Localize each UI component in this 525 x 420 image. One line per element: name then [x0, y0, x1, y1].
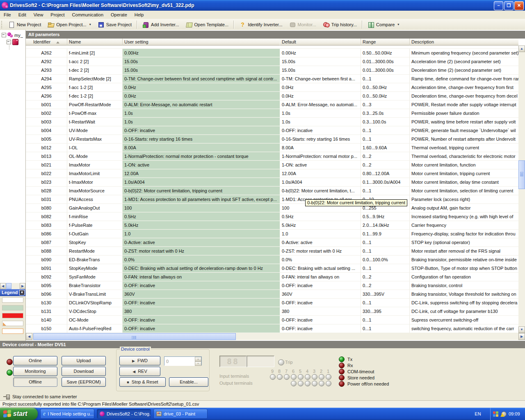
- table-row[interactable]: b001PowOff-RestartMode0-ALM: Error-Messa…: [26, 100, 518, 109]
- column-header-user-setting[interactable]: User setting: [123, 39, 280, 46]
- start-button[interactable]: start: [0, 408, 38, 420]
- stop-reset-button[interactable]: ■Stop & Reset: [119, 377, 166, 387]
- table-row[interactable]: b130DCLinkOVStopRamp0-OFF: incative0-OFF…: [26, 299, 518, 307]
- menu-communication[interactable]: Communication: [68, 11, 107, 18]
- upload-button[interactable]: Upload: [62, 356, 106, 365]
- column-header-identifier[interactable]: Identifier: [26, 39, 67, 46]
- table-row[interactable]: b092SysFanMode0-FAN: interal fan allways…: [26, 273, 518, 281]
- table-row[interactable]: A292t-acc 2 [2]15.00s15.00s0.01...3000.0…: [26, 57, 518, 66]
- table-row[interactable]: b088RestartMode0-ZST: motor restart with…: [26, 247, 518, 256]
- table-row[interactable]: A294RampSelectMode [2]0-TM: Change-over …: [26, 75, 518, 83]
- offline-button[interactable]: Offline: [13, 377, 57, 387]
- rev-button[interactable]: ◀REV: [119, 367, 160, 376]
- menu-file[interactable]: File: [0, 11, 15, 18]
- taskbar-task-drivessoft[interactable]: DrivesSoft2 - C:\Prog...: [97, 409, 151, 419]
- table-row[interactable]: b086f-OutGain1.01.00.1...99.9Frequency-d…: [26, 230, 518, 238]
- vertical-scroll-thumb[interactable]: [518, 160, 525, 189]
- table-row[interactable]: b022ImaxMotorLimit12.00A12.00A0.80...12.…: [26, 169, 518, 178]
- tree-horizontal-scrollbar[interactable]: ◀ ▶: [0, 283, 25, 289]
- enable-button[interactable]: Enable...: [169, 377, 208, 387]
- save-eeprom-button[interactable]: Save (EEPROM): [62, 377, 106, 387]
- table-row[interactable]: b002t-PowOff-max1.0s1.0s0.3...25.0sPermi…: [26, 109, 518, 118]
- horizontal-scroll-thumb[interactable]: [33, 333, 236, 340]
- table-row[interactable]: A295f-acc 1-2 [2]0.0Hz0.0Hz0.0...50.0HzA…: [26, 83, 518, 92]
- identify-inverter-button[interactable]: Identify Inverter...: [236, 20, 285, 30]
- minimize-button[interactable]: –: [494, 1, 503, 10]
- column-header-range[interactable]: Range: [361, 39, 410, 46]
- tray-warning-icon[interactable]: [500, 411, 506, 417]
- table-row[interactable]: b080GainAnalogOut1001000...255Analog out…: [26, 204, 518, 212]
- table-row[interactable]: b003t-RestartWait1.0s1.0s0.3...100.0sPOW…: [26, 118, 518, 126]
- open-project-button[interactable]: Open Project... ▾: [44, 20, 94, 30]
- table-row[interactable]: b012I-OL8.00A8.00A1.60...9.60AThermal ov…: [26, 144, 518, 152]
- table-row[interactable]: b013OL-Mode1-NormalProtection: normal mo…: [26, 152, 518, 161]
- column-header-description[interactable]: Description: [410, 39, 518, 46]
- scroll-left-arrow-icon[interactable]: ◀: [0, 283, 6, 289]
- table-row[interactable]: b087StopKey0-Active: active0-Active: act…: [26, 238, 518, 247]
- horizontal-scrollbar[interactable]: ◀ ▶: [26, 333, 525, 340]
- table-row[interactable]: A296f-dec 1-2 [2]0.0Hz0.0Hz0.0...50.0HzD…: [26, 92, 518, 100]
- trip-history-button[interactable]: Trip history...: [320, 20, 360, 30]
- table-row[interactable]: b083f-PulseRate5.0kHz5.0kHz2.0...14.0kHz…: [26, 221, 518, 230]
- table-row[interactable]: b028ImaxMotorSource0-b(0)22: Motor curre…: [26, 187, 518, 195]
- table-row[interactable]: b005UV-RestartsMax0-16-Starts: retry sta…: [26, 135, 518, 144]
- taskbar-task-paint[interactable]: drive_03 - Paint: [153, 409, 208, 419]
- new-project-button[interactable]: New Project: [5, 20, 44, 30]
- table-row[interactable]: b096V-BrakeTransLimit360V360V330...395VB…: [26, 290, 518, 299]
- table-row[interactable]: b031PNUAccess1-MD1: Access protection to…: [26, 195, 518, 204]
- tree-node-inverter[interactable]: [7, 39, 18, 45]
- tree-node-project[interactable]: my_: [2, 32, 23, 38]
- collapse-icon[interactable]: [2, 33, 6, 37]
- table-row[interactable]: b090ED-BrakeTrans0.0%0.0%0.0...100.0%Bra…: [26, 256, 518, 264]
- cell-id: b082: [26, 212, 67, 221]
- stay-connected-row[interactable]: Stay connected to same inverter: [0, 393, 525, 400]
- menu-view[interactable]: View: [30, 11, 47, 18]
- add-inverter-button[interactable]: Add Inverter...: [139, 20, 182, 30]
- taskbar-task-browser[interactable]: e I Need Help setting u...: [40, 409, 94, 419]
- maximize-button[interactable]: ❐: [504, 1, 514, 10]
- cell-name: SysFanMode: [67, 273, 123, 281]
- scroll-left-arrow-icon[interactable]: ◀: [26, 333, 32, 340]
- scroll-right-arrow-icon[interactable]: ▶: [20, 283, 25, 289]
- collapse-icon[interactable]: [7, 40, 11, 44]
- online-button[interactable]: Online: [13, 356, 57, 365]
- close-button[interactable]: ✕: [514, 1, 524, 10]
- menu-project[interactable]: Project: [47, 11, 68, 18]
- table-row[interactable]: b150Auto-f-PulseFreqRed0-OFF: incative0-…: [26, 324, 518, 333]
- table-row[interactable]: b140OC-Mode0-OFF: incative0-OFF: incativ…: [26, 316, 518, 324]
- table-row[interactable]: b131V-DCdecStop380380330...395DC-Link, c…: [26, 307, 518, 316]
- spin-up-icon[interactable]: ▲: [195, 357, 201, 361]
- table-row[interactable]: b023t-ImaxMotor1.0s/A0041.0s/A0040.1...3…: [26, 178, 518, 187]
- monitoring-button[interactable]: Monitoring: [13, 367, 57, 376]
- scroll-up-arrow-icon[interactable]: ▲: [518, 46, 525, 52]
- menu-operate[interactable]: Operate: [107, 11, 131, 18]
- table-row[interactable]: b095BrakeTransistor0-OFF: incative0-OFF:…: [26, 281, 518, 290]
- scroll-down-arrow-icon[interactable]: ▼: [518, 326, 525, 333]
- menu-edit[interactable]: Edit: [15, 11, 30, 18]
- table-row[interactable]: f-maxLimit [2]50.00Hz50.00Hz0.50...50.00…: [26, 46, 518, 49]
- table-row[interactable]: A293t-dec 2 [2]15.00s15.00s0.01...3000.0…: [26, 66, 518, 75]
- fwd-button[interactable]: ▶FWD: [119, 356, 160, 365]
- speed-input[interactable]: [164, 357, 196, 366]
- menu-help[interactable]: Help: [131, 11, 148, 18]
- vertical-scrollbar[interactable]: ▲ ▼: [518, 46, 525, 333]
- compare-button[interactable]: Compare ▾: [364, 20, 402, 30]
- tray-display-icon[interactable]: [493, 411, 498, 417]
- legend-close-icon[interactable]: ✕: [19, 290, 25, 295]
- spin-down-icon[interactable]: ▼: [195, 361, 201, 366]
- download-button[interactable]: Download: [62, 367, 106, 376]
- save-project-button[interactable]: Save Project: [94, 20, 135, 30]
- column-header-name[interactable]: Name: [67, 39, 123, 46]
- table-row[interactable]: b082f-minRise0.5Hz0.5Hz0.5...9.9HzIncrea…: [26, 212, 518, 221]
- table-row[interactable]: A262f-minLimit [2]0.00Hz0.00Hz0.50...50.…: [26, 49, 518, 57]
- table-row[interactable]: b021ImaxMotor1-ON: active1-ON: active0..…: [26, 161, 518, 169]
- dropdown-arrow-icon[interactable]: ▾: [397, 23, 399, 26]
- column-header-default[interactable]: Default: [280, 39, 361, 46]
- table-row[interactable]: b091StopKeyMode0-DEC: Braking with actua…: [26, 264, 518, 273]
- scroll-right-arrow-icon[interactable]: ▶: [518, 333, 525, 340]
- language-indicator[interactable]: EN: [472, 410, 484, 418]
- dropdown-arrow-icon[interactable]: ▾: [89, 23, 91, 26]
- table-row[interactable]: b004UV-Mode0-OFF: incative0-OFF: incativ…: [26, 126, 518, 135]
- scroll-thumb[interactable]: [6, 283, 11, 289]
- open-template-button[interactable]: Open Template...: [183, 20, 232, 30]
